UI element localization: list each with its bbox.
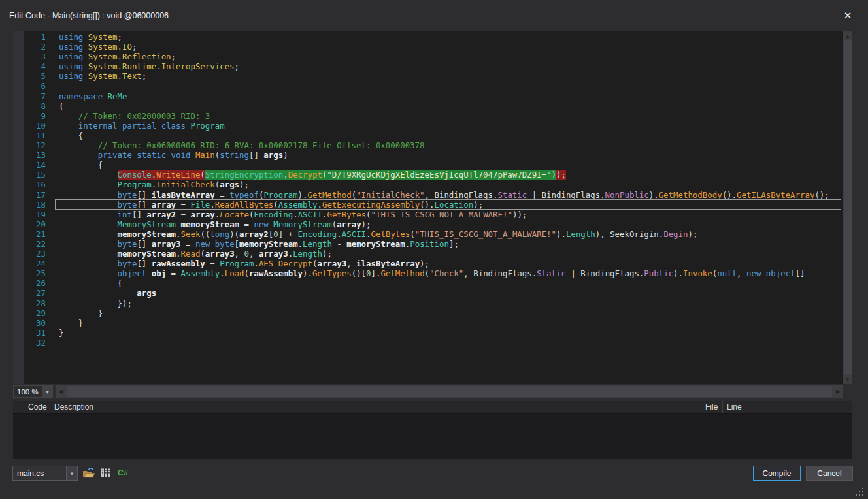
cancel-button[interactable]: Cancel <box>806 466 853 481</box>
vertical-scrollbar[interactable]: ▲ ▼ <box>843 31 852 384</box>
line-number: 31 <box>24 328 46 338</box>
line-number: 1 <box>24 32 46 42</box>
code-line[interactable]: 20 MemoryStream memoryStream = new Memor… <box>24 219 843 229</box>
code-line[interactable]: 32 <box>24 338 843 347</box>
line-number: 19 <box>24 210 46 219</box>
code-line[interactable]: 8{ <box>24 101 843 111</box>
line-number: 4 <box>24 61 46 71</box>
error-list-header: Code Description File Line <box>13 401 852 414</box>
code-line[interactable]: 16 Program.InitialCheck(args); <box>24 180 843 189</box>
line-number: 16 <box>24 180 46 189</box>
line-number: 5 <box>24 71 46 81</box>
line-number: 10 <box>24 121 46 131</box>
code-line[interactable]: 31} <box>24 328 843 338</box>
line-number: 25 <box>24 268 46 278</box>
breakpoint-margin[interactable] <box>13 31 24 384</box>
code-line[interactable]: 26 { <box>24 278 843 288</box>
horizontal-scrollbar[interactable]: ◀ ▶ <box>56 385 843 398</box>
line-number: 3 <box>24 52 46 61</box>
code-line[interactable]: 11 { <box>24 131 843 140</box>
code-line[interactable]: 10 internal partial class Program <box>24 121 843 131</box>
line-number: 26 <box>24 278 46 288</box>
line-number: 23 <box>24 249 46 259</box>
edit-code-dialog: Edit Code - Main(string[]) : void @06000… <box>0 0 868 499</box>
zoom-level-value: 100 % <box>14 388 42 396</box>
code-line[interactable]: 3using System.Reflection; <box>24 52 843 61</box>
code-line[interactable]: 29 } <box>24 308 843 318</box>
scroll-down-icon[interactable]: ▼ <box>843 375 852 384</box>
scroll-up-icon[interactable]: ▲ <box>843 31 852 40</box>
code-line[interactable]: 7namespace ReMe <box>24 91 843 101</box>
code-line[interactable]: 27 args <box>24 288 843 298</box>
line-number: 24 <box>24 259 46 268</box>
code-line[interactable]: 19 int[] array2 = array.Locate(Encoding.… <box>24 210 843 219</box>
code-line[interactable]: 15 Console.WriteLine(StringEncryption.De… <box>24 170 843 180</box>
vertical-scroll-thumb[interactable] <box>844 40 852 375</box>
code-line[interactable]: 25 object obj = Assembly.Load(rawAssembl… <box>24 268 843 278</box>
code-editor[interactable]: 1using System;2using System.IO;3using Sy… <box>13 31 852 384</box>
line-number: 6 <box>24 81 46 91</box>
line-number: 20 <box>24 219 46 229</box>
line-number: 17 <box>24 190 46 200</box>
scroll-right-icon[interactable]: ▶ <box>833 385 843 398</box>
line-number: 15 <box>24 170 46 180</box>
code-line[interactable]: 1using System; <box>24 32 843 42</box>
line-number: 13 <box>24 150 46 160</box>
line-number: 12 <box>24 140 46 150</box>
footer-bar: main.cs ▾ C# Compile Cancel <box>0 459 868 499</box>
dialog-title: Edit Code - Main(string[]) : void @06000… <box>9 11 169 20</box>
line-number: 8 <box>24 101 46 111</box>
line-number: 21 <box>24 229 46 239</box>
resize-grip[interactable] <box>855 487 864 496</box>
error-col-line[interactable]: Line <box>723 401 748 413</box>
code-line[interactable]: 4using System.Runtime.InteropServices; <box>24 61 843 71</box>
error-col-icon[interactable] <box>13 401 24 413</box>
compile-button[interactable]: Compile <box>753 466 801 481</box>
titlebar: Edit Code - Main(string[]) : void @06000… <box>0 0 868 31</box>
error-col-file[interactable]: File <box>701 401 723 413</box>
line-number: 27 <box>24 288 46 298</box>
code-lines[interactable]: 1using System;2using System.IO;3using Sy… <box>24 31 843 384</box>
line-number: 22 <box>24 239 46 249</box>
csharp-file-icon[interactable]: C# <box>116 466 130 479</box>
open-file-icon[interactable] <box>82 466 96 479</box>
code-line[interactable]: 30 } <box>24 318 843 328</box>
line-number: 18 <box>24 200 46 210</box>
file-selector-combobox[interactable]: main.cs ▾ <box>12 466 78 481</box>
code-line[interactable]: 28 }); <box>24 298 843 308</box>
code-line[interactable]: 9 // Token: 0x02000003 RID: 3 <box>24 111 843 121</box>
line-number: 32 <box>24 338 46 347</box>
error-col-code[interactable]: Code <box>24 401 50 413</box>
line-number: 11 <box>24 131 46 140</box>
code-line[interactable]: 24 byte[] rawAssembly = Program.AES_Decr… <box>24 259 843 268</box>
code-line[interactable]: 12 // Token: 0x06000006 RID: 6 RVA: 0x00… <box>24 140 843 150</box>
code-line[interactable]: 14 { <box>24 160 843 170</box>
code-line[interactable]: 17 byte[] ilasByteArray = typeof(Program… <box>24 190 843 200</box>
code-line[interactable]: 5using System.Text; <box>24 71 843 81</box>
code-line[interactable]: 18 byte[] array = File.ReadAllBytes(Asse… <box>24 200 843 210</box>
error-list-body <box>13 415 852 459</box>
scroll-left-icon[interactable]: ◀ <box>56 385 66 398</box>
code-line[interactable]: 23 memoryStream.Read(array3, 0, array3.L… <box>24 249 843 259</box>
horizontal-scroll-thumb[interactable] <box>67 386 832 397</box>
code-line[interactable]: 13 private static void Main(string[] arg… <box>24 150 843 160</box>
zoom-level-combobox[interactable]: 100 % ▾ <box>13 385 53 398</box>
close-icon[interactable]: ✕ <box>837 0 859 31</box>
error-list: Code Description File Line <box>13 401 852 459</box>
file-selector-value: main.cs <box>13 469 66 478</box>
code-line[interactable]: 21 memoryStream.Seek((long)(array2[0] + … <box>24 229 843 239</box>
editor-bottom-bar: 100 % ▾ ◀ ▶ <box>13 385 852 398</box>
line-number: 9 <box>24 111 46 121</box>
line-number: 7 <box>24 91 46 101</box>
line-number: 29 <box>24 308 46 318</box>
code-line[interactable]: 2using System.IO; <box>24 42 843 52</box>
chevron-down-icon[interactable]: ▾ <box>66 466 77 480</box>
code-line[interactable]: 6 <box>24 81 843 91</box>
chevron-down-icon[interactable]: ▾ <box>42 386 52 397</box>
error-col-description[interactable]: Description <box>50 401 701 413</box>
line-number: 14 <box>24 160 46 170</box>
add-reference-icon[interactable] <box>99 466 113 479</box>
line-number: 2 <box>24 42 46 52</box>
line-number: 28 <box>24 298 46 308</box>
code-line[interactable]: 22 byte[] array3 = new byte[memoryStream… <box>24 239 843 249</box>
